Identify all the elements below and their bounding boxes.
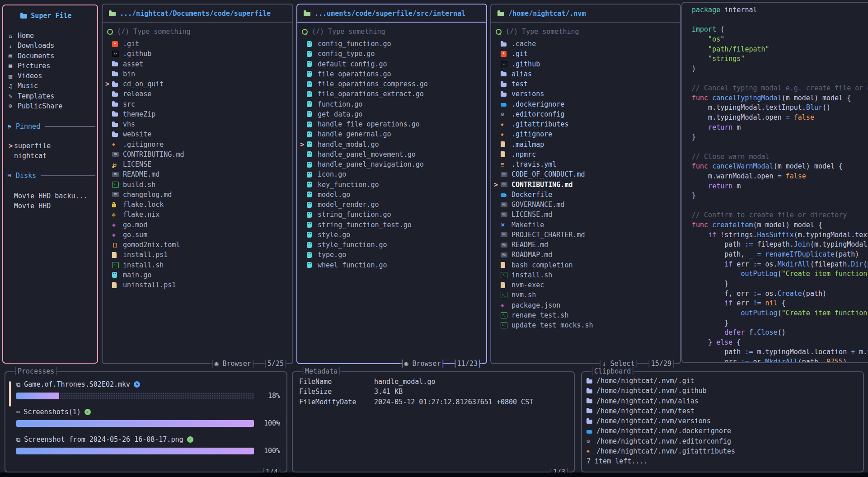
file-row[interactable]: uninstall.ps1 (103, 280, 292, 290)
sidebar-item-home[interactable]: ⌂Home (3, 31, 97, 41)
file-row[interactable]: ℘LICENSE (103, 159, 292, 169)
file-row[interactable]: bash_completion (491, 260, 680, 270)
sidebar-item-music[interactable]: ♫Music (3, 81, 97, 91)
file-row[interactable]: ≡.travis.yml (491, 159, 680, 169)
file-row[interactable]: flake.lock (103, 200, 292, 210)
file-row[interactable]: handle_file_operations.go (297, 119, 486, 129)
file-row[interactable]: config_function.go (297, 39, 486, 49)
panel-mode-label: ◉ Browser (404, 359, 441, 368)
process-item[interactable]: ⧉Game.of.Thrones.S02E02.mkv18% (16, 379, 280, 400)
sidebar-item-templates[interactable]: ✎Templates (3, 91, 97, 101)
file-row[interactable]: config_type.go (297, 49, 486, 59)
file-row[interactable]: M↓CONTRIBUTING.md (103, 150, 292, 159)
file-row[interactable]: file_operations.go (297, 69, 486, 79)
file-row[interactable]: .cache (491, 39, 680, 49)
file-name: build.sh (123, 181, 155, 189)
file-row[interactable]: style_function.go (297, 240, 486, 250)
sidebar-item-videos[interactable]: ▥Videos (3, 71, 97, 81)
sidebar-item-pictures[interactable]: ▦Pictures (3, 61, 97, 71)
file-row[interactable]: ◈go.mod (103, 220, 292, 230)
file-row[interactable]: themeZip (103, 109, 292, 119)
file-row[interactable]: asset (103, 59, 292, 69)
file-row[interactable]: icon.go (297, 169, 486, 179)
file-row[interactable]: M↓ROADMAP.md (491, 250, 680, 260)
file-row[interactable]: model_render.go (297, 200, 486, 210)
file-row[interactable]: ❄flake.nix (103, 210, 292, 220)
file-row[interactable]: ◈go.sum (103, 230, 292, 240)
file-row[interactable]: M↓PROJECT_CHARTER.md (491, 230, 680, 240)
process-item[interactable]: ⧉Screenshot from 2024-05-26 16-08-17.png… (16, 435, 280, 455)
file-row[interactable]: main.go (103, 270, 292, 280)
file-row[interactable]: src (103, 99, 292, 109)
file-name: .gitignore (511, 130, 552, 138)
file-row[interactable]: .dockerignore (491, 99, 680, 109)
disk-item[interactable]: Movie HHD (3, 201, 97, 211)
file-row[interactable]: .npmrc (491, 150, 680, 159)
sidebar-item-publicshare[interactable]: ⊕PublicShare (3, 101, 97, 111)
file-row[interactable]: versions (491, 89, 680, 99)
file-row[interactable]: ♦.git (103, 39, 292, 49)
file-row[interactable]: >_nvm.sh (491, 290, 680, 300)
search-input[interactable]: (/) Type something (496, 26, 680, 37)
file-row[interactable]: style.go (297, 230, 486, 240)
file-row[interactable]: >_update_test_mocks.sh (491, 320, 680, 330)
file-row[interactable]: handle_panel_navigation.go (297, 159, 486, 169)
file-row[interactable]: ×Makefile (491, 220, 680, 230)
file-row[interactable]: ♦.git (491, 49, 680, 59)
search-input[interactable]: (/) Type something (107, 26, 292, 37)
pinned-item-superfile[interactable]: >superfile (3, 141, 97, 151)
file-row[interactable]: get_data.go (297, 109, 486, 119)
file-row[interactable]: install.ps1 (103, 250, 292, 260)
file-row[interactable]: ◆.gitattributes (491, 119, 680, 129)
file-row[interactable]: default_config.go (297, 59, 486, 69)
file-row[interactable]: bin (103, 69, 292, 79)
file-row[interactable]: file_operations_compress.go (297, 79, 486, 89)
file-row[interactable]: ••.github (491, 59, 680, 69)
file-row[interactable]: >_rename_test.sh (491, 310, 680, 320)
file-row[interactable]: test (491, 79, 680, 89)
file-row[interactable]: M↓README.md (491, 240, 680, 250)
file-row[interactable]: key_function.go (297, 180, 486, 190)
file-row[interactable]: nvm-exec (491, 280, 680, 290)
file-row[interactable]: M↓README.md (103, 169, 292, 179)
pinned-item-nightcat[interactable]: nightcat (3, 151, 97, 161)
clipboard-icon-cell (586, 398, 596, 403)
file-row[interactable]: ◈package.json (491, 300, 680, 310)
file-row[interactable]: handle_panel_movement.go (297, 150, 486, 159)
disk-item[interactable]: Movie HHD backu... (3, 191, 97, 201)
file-row[interactable]: alias (491, 69, 680, 79)
file-row[interactable]: type.go (297, 250, 486, 260)
file-row[interactable]: website (103, 129, 292, 139)
file-row[interactable]: string_function.go (297, 210, 486, 220)
file-row[interactable]: ⚙.editorconfig (491, 109, 680, 119)
file-row[interactable]: handle_genernal.go (297, 129, 486, 139)
sidebar-item-downloads[interactable]: ⇓Downloads (3, 41, 97, 51)
file-row[interactable]: >handle_modal.go (297, 140, 486, 150)
file-row[interactable]: ◆.gitignore (103, 140, 292, 150)
file-row[interactable]: M↓changelog.md (103, 190, 292, 200)
file-row[interactable]: M↓GOVERNANCE.md (491, 200, 680, 210)
file-row[interactable]: >_build.sh (103, 180, 292, 190)
metadata-value: handle_modal.go (374, 378, 435, 386)
file-row[interactable]: ◆.gitignore (491, 129, 680, 139)
file-row[interactable]: wheel_function.go (297, 260, 486, 270)
sidebar-item-documents[interactable]: ▤Documents (3, 51, 97, 61)
file-row[interactable]: file_operations_extract.go (297, 89, 486, 99)
file-row[interactable]: >_install.sh (491, 270, 680, 280)
file-row[interactable]: >_install.sh (103, 260, 292, 270)
file-row[interactable]: Dockerfile (491, 190, 680, 200)
file-row[interactable]: >M↓CONTRIBUTING.md (491, 180, 680, 190)
file-row[interactable]: M↓CODE_OF_CONDUCT.md (491, 169, 680, 179)
file-row[interactable]: string_function_test.go (297, 220, 486, 230)
process-item[interactable]: ✂Screenshots(1)✓100% (16, 407, 280, 427)
file-row[interactable]: .mailmap (491, 140, 680, 150)
file-row[interactable]: >cd_on_quit (103, 79, 292, 89)
file-row[interactable]: release (103, 89, 292, 99)
file-row[interactable]: M↓LICENSE.md (491, 210, 680, 220)
file-row[interactable]: ••.github (103, 49, 292, 59)
file-row[interactable]: function.go (297, 99, 486, 109)
file-row[interactable]: []gomod2nix.toml (103, 240, 292, 250)
file-row[interactable]: model.go (297, 190, 486, 200)
file-row[interactable]: vhs (103, 119, 292, 129)
search-input[interactable]: (/) Type something (302, 26, 486, 37)
